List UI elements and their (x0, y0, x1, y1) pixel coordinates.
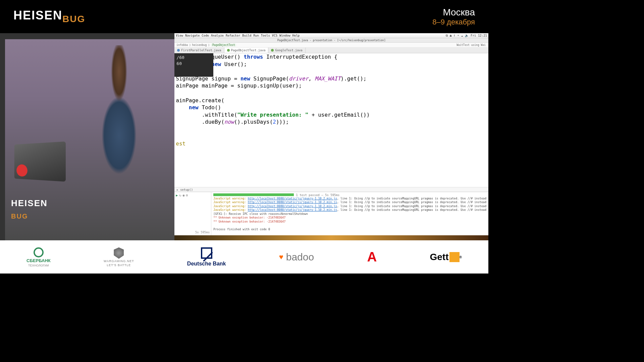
sponsor-gett: Gett® (430, 252, 462, 262)
test-tree[interactable]: ▶ ↻ ◉ ⚙ 5s 595ms (174, 192, 211, 235)
tab-label: PageObjectTest.java (231, 49, 266, 52)
deutschebank-icon (201, 247, 212, 259)
wargaming-sublabel: LET'S BATTLE (107, 263, 131, 267)
tab-label: GoogleTest.java (275, 49, 302, 52)
breadcrumb[interactable]: infobba ⟩ heisenbug ⟩ PageObjectTest Wai… (174, 43, 488, 48)
tab-label: FirstParallelTest.java (181, 49, 221, 52)
console-output[interactable]: JavaScript warning: http://localhost:808… (213, 197, 486, 231)
alfabank-letter: А (367, 249, 377, 264)
gett-icon (449, 252, 460, 262)
wifi-icon[interactable]: ⌔ (457, 34, 459, 38)
wargaming-icon (114, 247, 124, 259)
stage-logo-b: BUG (11, 213, 28, 220)
tab-firstparalleltest[interactable]: FirstParallelTest.java (174, 48, 224, 53)
sponsor-deutschebank: Deutsche Bank (187, 247, 226, 267)
stage-logo-a: HEISEN (11, 198, 48, 208)
menu-analyze[interactable]: Analyze (211, 34, 224, 37)
speaker-pane: HEISEN BUG (5, 39, 174, 240)
window-title-text: PageObjectTest.java - presentation - [~/… (277, 39, 386, 42)
sberbank-label: СБЕРБАНК (26, 258, 51, 263)
menu-vcs[interactable]: VCS (272, 34, 277, 37)
badoo-label: badoo (286, 251, 314, 263)
logo-text-a: HEISEN (13, 8, 62, 22)
sound-icon[interactable]: 🔈 (465, 34, 469, 38)
event-dates: 8–9 декабря (432, 18, 475, 26)
rerun-icon[interactable]: ↻ (179, 193, 181, 197)
sponsor-sberbank: СБЕРБАНК ТЕХНОЛОГИИ (26, 247, 51, 267)
overlay-line: /60 (176, 55, 211, 61)
test-results-panel: ▶ ↻ ◉ ⚙ 5s 595ms 1 test passed – 5s 595m… (174, 192, 488, 235)
tab-pageobjecttest[interactable]: PageObjectTest.java (224, 48, 269, 53)
heisenbug-logo: HEISENBUG (13, 8, 85, 24)
tray-icon[interactable]: ⏏ (450, 34, 451, 38)
test-output: 1 test passed – 5s 595ms JavaScript warn… (211, 192, 488, 235)
sponsor-wargaming: WARGAMING.NET LET'S BATTLE (104, 247, 134, 267)
code-block: ic void uniqueUser() throws InterruptedE… (176, 53, 488, 147)
wargaming-label: WARGAMING.NET (104, 259, 134, 263)
settings-icon[interactable]: ⚙ (186, 193, 188, 197)
menu-bar[interactable]: View Navigate Code Analyze Refactor Buil… (174, 33, 488, 38)
menu-tools[interactable]: Tools (261, 34, 270, 37)
registered-icon: ® (460, 255, 462, 259)
test-progress-bar (213, 193, 294, 196)
menu-build[interactable]: Build (242, 34, 251, 37)
java-icon (271, 49, 274, 52)
menu-run[interactable]: Run (253, 34, 259, 37)
test-timing: 5s 595ms (176, 231, 210, 234)
menu-help[interactable]: Help (292, 34, 300, 37)
tab-googletest[interactable]: GoogleTest.java (268, 48, 305, 53)
bluetooth-icon[interactable]: ᚼ (453, 34, 455, 38)
menu-code[interactable]: Code (202, 34, 209, 37)
deutschebank-label: Deutsche Bank (187, 261, 226, 267)
sberbank-icon (34, 247, 44, 257)
dropbox-icon[interactable]: ⧉ (446, 34, 448, 38)
speaker-figure (75, 45, 163, 233)
overlay-line: 60 (176, 61, 211, 67)
sberbank-sublabel: ТЕХНОЛОГИИ (28, 264, 49, 267)
run-icon[interactable]: ▶ (176, 193, 178, 197)
stage-logo: HEISEN BUG (11, 198, 48, 220)
heart-icon: ♥ (279, 253, 283, 261)
presenter-overlay: /60 60 (174, 53, 213, 77)
editor-tabs: FirstParallelTest.java PageObjectTest.ja… (174, 48, 488, 53)
code-editor[interactable]: /60 60 ic void uniqueUser() throws Inter… (174, 53, 488, 187)
run-config-hint[interactable]: WaitTest using Wai (457, 44, 486, 47)
sponsor-alfabank: А (367, 249, 377, 265)
bc-module[interactable]: heisenbug (192, 44, 207, 47)
bc-file[interactable]: PageObjectTest (211, 44, 236, 47)
clock-text: Fri 12:21 (471, 34, 487, 38)
gett-label: Gett (430, 252, 449, 262)
event-info: Москва 8–9 декабря (432, 7, 475, 26)
menu-refactor[interactable]: Refactor (226, 34, 240, 37)
decorative-strip (174, 235, 488, 240)
bc-project[interactable]: infobba (176, 44, 188, 47)
laptop-prop (14, 141, 66, 182)
sponsor-badoo: ♥ badoo (279, 251, 314, 263)
java-icon (227, 49, 230, 52)
test-breadcrumb-text: ▸ setup() (176, 188, 193, 191)
header-bar: HEISENBUG Москва 8–9 декабря (0, 0, 488, 33)
event-city: Москва (432, 7, 475, 18)
menu-window[interactable]: Window (279, 34, 290, 37)
logo-text-b: BUG (62, 14, 85, 24)
filter-icon[interactable]: ◉ (182, 193, 184, 197)
speaker-video: HEISEN BUG (0, 33, 174, 240)
cloud-icon[interactable]: ☁ (461, 34, 463, 38)
ide-window: View Navigate Code Analyze Refactor Buil… (174, 33, 488, 240)
test-status-text: 1 test passed – 5s 595ms (296, 193, 339, 197)
java-icon (177, 49, 180, 52)
main-content: HEISEN BUG View Navigate Code Analyze Re… (0, 33, 488, 240)
window-title: PageObjectTest.java - presentation - [~/… (174, 38, 488, 43)
test-breadcrumb[interactable]: ▸ setup() (174, 187, 488, 192)
menu-navigate[interactable]: Navigate (185, 34, 200, 37)
sponsor-footer: СБЕРБАНК ТЕХНОЛОГИИ WARGAMING.NET LET'S … (0, 240, 488, 274)
menu-view[interactable]: View (176, 34, 183, 37)
